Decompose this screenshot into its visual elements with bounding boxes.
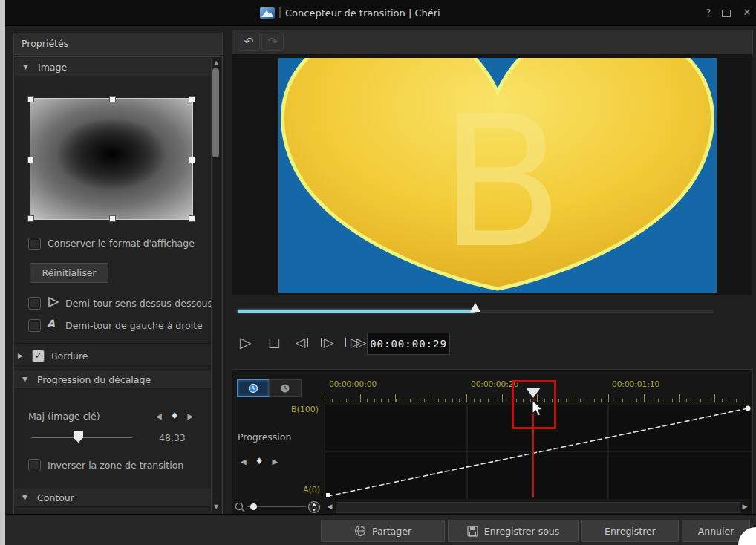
resize-handle[interactable]	[189, 215, 195, 222]
save-label: Enregistrer	[605, 526, 656, 537]
timeline-scrollbar[interactable]	[336, 502, 740, 513]
stop-button[interactable]: □	[268, 331, 280, 353]
undo-button[interactable]: ↶	[238, 33, 260, 51]
flip-horizontal-icon: A	[47, 318, 55, 330]
border-checkbox[interactable]: ✓	[32, 350, 45, 362]
maximize-button[interactable]	[722, 10, 731, 17]
redo-button[interactable]: ↷	[261, 33, 284, 51]
next-keyframe-button[interactable]: ▶	[272, 457, 278, 466]
scroll-left-icon[interactable]: ◀	[325, 502, 334, 512]
keep-aspect-checkbox[interactable]	[28, 238, 41, 250]
properties-title: Propriétés	[22, 38, 68, 49]
mouse-cursor	[532, 399, 545, 417]
reset-button[interactable]: Réinitialiser	[30, 263, 108, 283]
save-as-button[interactable]: Enregistrer sous	[448, 520, 579, 542]
frame-view-toggle[interactable]	[269, 379, 302, 397]
globe-icon	[354, 525, 366, 537]
scroll-up-icon[interactable]: ▲	[212, 59, 221, 68]
ruler-timecode-2: 00:00:01:10	[612, 379, 659, 388]
curve-min-label: A(0)	[303, 485, 320, 495]
section-contour-label: Contour	[37, 492, 74, 503]
properties-header: Propriétés	[13, 33, 223, 55]
next-frame-button[interactable]: ▷	[321, 331, 333, 353]
section-border[interactable]: ▶ ✓ Bordure	[14, 346, 214, 366]
collapse-icon: ▼	[22, 494, 30, 501]
timeline-keyframe-nav: ◀ ♦ ▶	[241, 456, 278, 466]
prev-keyframe-button[interactable]: ◀	[156, 412, 162, 420]
preview-toolbar	[232, 30, 753, 55]
timeline-zoom-thumb[interactable]	[250, 503, 257, 510]
scan-edge	[0, 0, 5, 545]
keep-aspect-label: Conserver le format d'affichage	[48, 238, 195, 249]
flip-vertical-label: Demi-tour sens dessus-dessous	[65, 298, 212, 309]
section-image[interactable]: ▼ Image	[15, 58, 219, 76]
fast-forward-button[interactable]: ▷▷	[345, 331, 362, 353]
add-keyframe-button[interactable]: ♦	[255, 456, 264, 466]
seek-thumb[interactable]	[470, 303, 480, 312]
invert-zone-label: Inverser la zone de transition	[48, 460, 183, 471]
keyframe-nav: ◀ ♦ ▶	[156, 411, 193, 421]
clock-icon	[248, 383, 258, 394]
resize-handle[interactable]	[27, 96, 34, 102]
fast-forward-icon: ▷▷	[351, 335, 362, 350]
section-offset[interactable]: ▼ Progression du décalage	[14, 371, 218, 389]
resize-handle[interactable]	[189, 157, 195, 163]
cancel-label: Annuler	[698, 526, 734, 537]
previous-frame-button[interactable]: ◁	[296, 331, 308, 353]
save-button[interactable]: Enregistrer	[581, 520, 679, 542]
window-title: Concepteur de transition | Chéri	[285, 7, 440, 19]
ruler-timecode-0: 00:00:00:00	[329, 379, 377, 388]
collapse-icon: ▼	[23, 63, 30, 71]
curve-max-label: B(100)	[291, 405, 319, 414]
prev-keyframe-button[interactable]: ◀	[241, 457, 247, 466]
properties-scrollbar-thumb[interactable]	[212, 68, 219, 157]
invert-zone-checkbox[interactable]	[28, 459, 41, 471]
keyframe-end-point[interactable]	[746, 406, 751, 411]
stop-icon: □	[268, 335, 280, 350]
play-icon: ▷	[240, 333, 251, 351]
heart-transition-preview: B	[278, 58, 717, 293]
scroll-down-icon[interactable]: ▼	[212, 503, 221, 512]
transition-map-thumbnail[interactable]	[30, 98, 193, 220]
save-as-label: Enregistrer sous	[484, 526, 559, 537]
section-contour[interactable]: ▼ Contour	[14, 489, 218, 507]
section-image-label: Image	[38, 62, 67, 73]
flip-horizontal-label: Demi-tour de gauche à droite	[65, 320, 203, 331]
expand-icon: ▶	[18, 352, 25, 359]
resize-handle[interactable]	[109, 96, 116, 102]
section-offset-label: Progression du décalage	[37, 374, 151, 385]
clock-icon	[280, 383, 290, 394]
next-keyframe-button[interactable]: ▶	[187, 412, 193, 420]
flip-vertical-icon	[46, 296, 61, 309]
resize-handle[interactable]	[109, 215, 116, 222]
section-border-label: Bordure	[51, 350, 88, 362]
keyframe-start-point[interactable]	[326, 493, 330, 497]
play-button[interactable]: ▷	[240, 331, 251, 353]
step-forward-icon: ▷	[324, 335, 333, 350]
help-button[interactable]: ?	[701, 6, 716, 19]
resize-handle[interactable]	[27, 157, 34, 163]
scroll-right-icon[interactable]: ▶	[740, 502, 749, 512]
resize-handle[interactable]	[189, 96, 195, 102]
divider	[14, 343, 210, 344]
save-icon	[467, 526, 478, 537]
track-label: Progression	[238, 431, 291, 443]
reset-label: Réinitialiser	[42, 267, 96, 278]
zoom-fit-button[interactable]	[307, 500, 321, 514]
flip-vertical-checkbox[interactable]	[28, 297, 41, 310]
clip-b-letter: B	[439, 76, 564, 288]
app-icon	[260, 7, 275, 19]
add-keyframe-button[interactable]: ♦	[171, 411, 179, 421]
timecode-view-toggle[interactable]	[237, 379, 270, 397]
seek-progress	[238, 310, 475, 313]
title-group: Concepteur de transition | Chéri	[260, 5, 440, 20]
keyframe-value: 48.33	[159, 432, 186, 443]
flip-horizontal-checkbox[interactable]	[28, 319, 41, 332]
close-button[interactable]: ✕	[740, 6, 755, 19]
share-label: Partager	[372, 526, 411, 537]
share-button[interactable]: Partager	[321, 520, 445, 542]
preview-frame: B	[278, 58, 717, 293]
zoom-out-icon[interactable]	[234, 501, 246, 513]
resize-handle[interactable]	[27, 215, 34, 222]
collapse-icon: ▼	[22, 376, 30, 383]
